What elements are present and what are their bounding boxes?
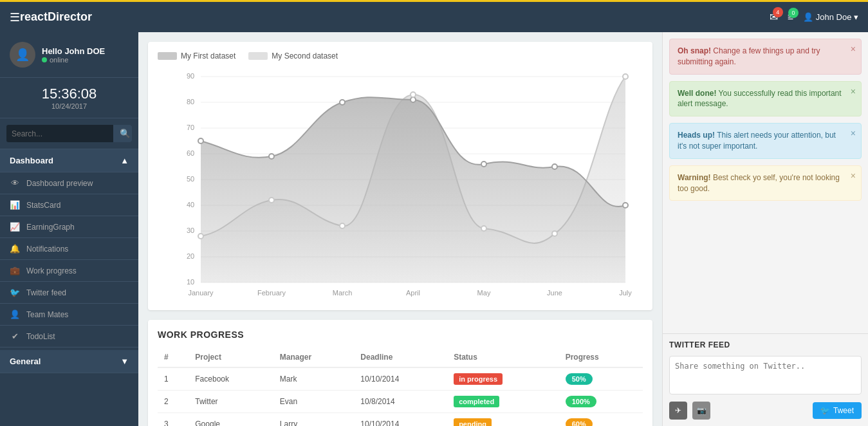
status-badge: completed	[454, 396, 499, 407]
svg-point-29	[481, 226, 486, 231]
hamburger-icon[interactable]: ☰	[10, 10, 20, 24]
cell-manager: Evan	[273, 391, 354, 413]
eye-icon: 👁	[10, 178, 20, 188]
svg-point-19	[269, 154, 274, 159]
svg-text:10: 10	[187, 278, 194, 286]
svg-text:50: 50	[187, 175, 194, 183]
briefcase-icon: 💼	[10, 266, 20, 275]
brand-name: reactDirector	[20, 10, 158, 24]
svg-point-18	[198, 138, 203, 144]
status-badge: in progress	[454, 373, 503, 385]
chart-legend: My First dataset My Second dataset	[158, 51, 643, 60]
bell-icon: 🔔	[10, 244, 20, 254]
alert-bold-text: Warning!	[678, 173, 711, 182]
col-header-project: Project	[189, 347, 273, 367]
col-header-status: Status	[447, 347, 559, 367]
svg-text:20: 20	[187, 252, 194, 260]
svg-text:60: 60	[187, 149, 194, 157]
svg-text:80: 80	[187, 98, 194, 106]
alert-warning: Warning! Best check yo self, you're not …	[669, 165, 862, 201]
cell-progress: 60%	[559, 413, 643, 427]
search-input[interactable]	[6, 125, 113, 142]
work-progress-title: WORK PROGRESS	[158, 329, 643, 340]
send-icon[interactable]: ✈	[669, 402, 687, 420]
svg-point-30	[552, 231, 557, 236]
alert-close-button[interactable]: ×	[851, 44, 856, 53]
cell-deadline: 10/8/2014	[354, 391, 447, 413]
nav-section-dashboard[interactable]: Dashboard ▲	[0, 149, 138, 172]
chevron-up-icon: ▲	[120, 156, 129, 165]
user-info: Hello John DOE online	[42, 46, 129, 64]
legend-color-2	[248, 52, 268, 60]
svg-text:July: July	[619, 289, 632, 297]
svg-point-25	[198, 234, 203, 239]
sidebar-item-notifications[interactable]: 🔔 Notifications	[0, 238, 138, 260]
sidebar-item-todolist[interactable]: ✔ TodoList	[0, 326, 138, 347]
twitter-input[interactable]	[669, 356, 862, 394]
cell-deadline: 10/10/2014	[354, 413, 447, 427]
svg-text:June: June	[547, 289, 562, 297]
col-header-progress: Progress	[559, 347, 643, 367]
graph-icon: 📈	[10, 222, 20, 232]
search-box: 🔍	[6, 125, 132, 142]
twitter-actions: ✈ 📷 🐦 Tweet	[669, 402, 862, 420]
alert-bold-text: Oh snap!	[678, 46, 711, 55]
svg-text:February: February	[257, 289, 286, 297]
svg-point-20	[340, 100, 345, 105]
alert-close-button[interactable]: ×	[851, 171, 856, 180]
clock-date: 10/24/2017	[10, 102, 129, 110]
cell-progress: 50%	[559, 367, 643, 391]
svg-text:70: 70	[187, 124, 194, 131]
navbar: ☰ reactDirector ✉ 4 ≡ 0 👤 John Doe ▾	[0, 0, 868, 32]
col-header-manager: Manager	[273, 347, 354, 367]
sidebar-item-twitterfeed[interactable]: 🐦 Twitter feed	[0, 282, 138, 304]
twitter-section: TWITTER FEED ✈ 📷 🐦 Tweet	[663, 333, 868, 426]
twitter-title: TWITTER FEED	[669, 340, 862, 349]
sidebar: 👤 Hello John DOE online 15:36:08 10/24/2…	[0, 32, 138, 426]
svg-point-26	[269, 198, 274, 203]
cell-deadline: 10/10/2014	[354, 367, 447, 391]
cell-manager: Mark	[273, 367, 354, 391]
user-profile: 👤 Hello John DOE online	[0, 32, 138, 78]
mail-badge: 4	[773, 7, 783, 17]
svg-point-22	[481, 162, 486, 167]
search-button[interactable]: 🔍	[113, 125, 132, 142]
svg-text:April: April	[406, 289, 420, 297]
legend-item-2: My Second dataset	[248, 51, 338, 60]
user-dropdown[interactable]: 👤 John Doe ▾	[803, 12, 858, 22]
main-layout: 👤 Hello John DOE online 15:36:08 10/24/2…	[0, 32, 868, 426]
svg-point-21	[411, 97, 416, 102]
status-badge: pending	[454, 418, 492, 426]
sidebar-item-earninggraph[interactable]: 📈 EarningGraph	[0, 216, 138, 238]
svg-text:May: May	[477, 289, 491, 297]
notifications-button[interactable]: ≡ 0	[788, 12, 793, 23]
table-header-row: # Project Manager Deadline Status Progre…	[158, 347, 643, 367]
cell-project: Google	[189, 413, 273, 427]
nav-section-general[interactable]: General ▼	[0, 350, 138, 373]
sidebar-item-teammates[interactable]: 👤 Team Mates	[0, 304, 138, 326]
table-row: 3 Google Larry 10/10/2014 pending 60%	[158, 413, 643, 427]
alert-bold-text: Heads up!	[678, 131, 715, 140]
work-progress-section: WORK PROGRESS # Project Manager Deadline…	[148, 320, 652, 426]
svg-text:January: January	[188, 289, 214, 297]
status-dot	[42, 57, 47, 62]
svg-text:March: March	[333, 289, 353, 297]
col-header-num: #	[158, 347, 189, 367]
sidebar-item-workprogress[interactable]: 💼 Work progress	[0, 260, 138, 282]
chevron-down-icon: ▼	[120, 357, 129, 366]
alerts-panel: Oh snap! Change a few things up and try …	[663, 32, 868, 333]
alert-close-button[interactable]: ×	[851, 87, 856, 96]
tweet-button[interactable]: 🐦 Tweet	[813, 402, 862, 419]
alert-info: Heads up! This alert needs your attentio…	[669, 123, 862, 159]
sidebar-item-statscard[interactable]: 📊 StatsCard	[0, 194, 138, 216]
mail-button[interactable]: ✉ 4	[770, 11, 778, 23]
alert-close-button[interactable]: ×	[851, 129, 856, 138]
alert-success: Well done! You successfully read this im…	[669, 81, 862, 117]
notif-badge: 0	[788, 8, 799, 18]
cell-progress: 100%	[559, 391, 643, 413]
legend-color-1	[158, 52, 177, 60]
camera-icon[interactable]: 📷	[692, 402, 710, 420]
cell-status: in progress	[447, 367, 559, 391]
sidebar-item-dashboard-preview[interactable]: 👁 Dashboard preview	[0, 172, 138, 194]
stats-icon: 📊	[10, 200, 20, 210]
